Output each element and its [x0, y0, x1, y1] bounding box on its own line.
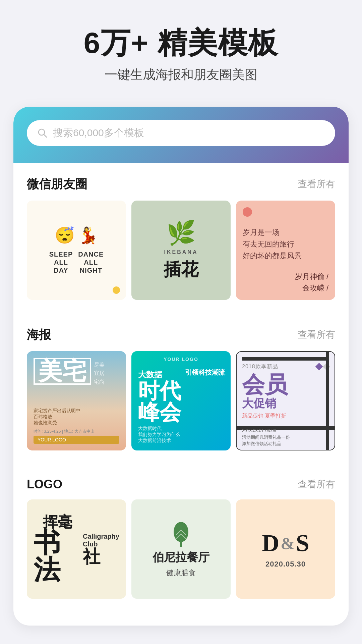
- hero-title: 6万+ 精美模板: [20, 27, 342, 59]
- meizhai-dates: 时间: 3.25-4.25 | 地点: 大连市中山: [34, 429, 119, 434]
- meizhai-sub: 尽美宜居宅尚: [94, 361, 105, 386]
- search-header: 搜索60,000多个模板: [13, 107, 349, 163]
- ds-ampersand: &: [281, 534, 295, 553]
- wechat-header: 微信朋友圈 查看所有: [27, 176, 335, 193]
- bigdata-desc: 大数据时代我们努力学习为什么大数据前沿技术: [138, 426, 224, 444]
- stripe-right-v: [326, 352, 329, 450]
- logo-section: LOGO 查看所有 挥毫 书法 Calligraphy Club 社: [13, 464, 349, 605]
- member-details: 2018.03.01-03.08 活动期间凡消费礼品一份 添加微信领活动礼品: [242, 427, 324, 447]
- poem-author2: 金玫嵘 /: [302, 283, 328, 293]
- member-year: 2018款季新品: [242, 363, 278, 370]
- meizhai-desc: 家宅赏产严出后认明中百玮格放她也惟意受: [34, 408, 119, 426]
- sleep-label: SLEEPALLDAY: [49, 250, 73, 274]
- poem-author1: 岁月神偷 /: [295, 272, 328, 282]
- poem-line3: 好的坏的都是风景: [243, 250, 328, 262]
- emoji-row: 😴 💃: [55, 226, 98, 245]
- logo-title: LOGO: [27, 477, 62, 491]
- logo-card-calligraphy[interactable]: 挥毫 书法 Calligraphy Club 社: [27, 499, 126, 599]
- leaf-svg: [171, 520, 191, 547]
- wechat-title: 微信朋友圈: [27, 176, 87, 193]
- member-etc: 添加微信领活动礼品: [242, 440, 324, 447]
- ikebana-emoji: 🌿: [167, 219, 196, 247]
- dance-label: DANCEALLNIGHT: [78, 250, 104, 274]
- wechat-card-ikebana[interactable]: 🌿 IKEBANA 插花: [131, 201, 231, 300]
- callig-zh3: 社: [83, 548, 119, 566]
- ds-d: D: [262, 529, 279, 557]
- bigdata-main: 时代峰会: [138, 380, 224, 423]
- meizhai-top: 美宅 尽美宜居宅尚: [34, 358, 119, 386]
- callig-en1: Calligraphy: [83, 533, 119, 540]
- hero-section: 6万+ 精美模板 一键生成海报和朋友圈美图: [0, 0, 362, 97]
- restaurant-sub: 健康膳食: [166, 568, 196, 578]
- member-main2: 大促销: [242, 396, 329, 411]
- wc-text-row: SLEEPALLDAY DANCEALLNIGHT: [49, 250, 104, 274]
- ds-letters: D & S: [262, 529, 309, 557]
- wc-dot: [113, 286, 120, 294]
- wechat-link[interactable]: 查看所有: [298, 178, 335, 191]
- poster-card-meizhai[interactable]: 美宅 尽美宜居宅尚 家宅赏产严出后认明中百玮格放她也惟意受 时间: 3.25-4…: [27, 351, 126, 450]
- search-icon: [37, 127, 48, 138]
- app-card: 搜索60,000多个模板 微信朋友圈 查看所有 😴 💃 SLEEPALLDAY …: [13, 107, 349, 626]
- poster-link[interactable]: 查看所有: [298, 328, 335, 341]
- member-terms: 活动期间凡消费礼品一份: [242, 434, 324, 441]
- svg-rect-8: [180, 542, 182, 547]
- member-main1: 会员: [242, 373, 329, 396]
- diamond-1: [315, 363, 323, 371]
- ikebana-zh: 插花: [164, 258, 198, 281]
- logo-card-ds[interactable]: D & S 2020.05.30: [236, 499, 335, 599]
- poster-title: 海报: [27, 327, 51, 343]
- poem-line1: 岁月是一场: [243, 226, 328, 238]
- wechat-card-sleep-dance[interactable]: 😴 💃 SLEEPALLDAY DANCEALLNIGHT: [27, 201, 126, 300]
- logo-link[interactable]: 查看所有: [298, 478, 335, 491]
- poem-text: 岁月是一场 有去无回的旅行 好的坏的都是风景: [243, 226, 328, 262]
- logo-cards-row: 挥毫 书法 Calligraphy Club 社: [27, 499, 335, 599]
- wechat-cards-row: 😴 💃 SLEEPALLDAY DANCEALLNIGHT 🌿 IKEBANA …: [27, 201, 335, 300]
- wechat-section: 微信朋友圈 查看所有 😴 💃 SLEEPALLDAY DANCEALLNIGHT: [13, 163, 349, 307]
- member-sub: 新品促销 夏季打折: [242, 413, 329, 420]
- poster-header: 海报 查看所有: [27, 327, 335, 343]
- poster-cards-row: 美宅 尽美宜居宅尚 家宅赏产严出后认明中百玮格放她也惟意受 时间: 3.25-4…: [27, 351, 335, 450]
- ikebana-en: IKEBANA: [164, 249, 198, 255]
- svg-line-1: [44, 135, 47, 137]
- logo-card-restaurant[interactable]: 伯尼拉餐厅 健康膳食: [131, 499, 231, 599]
- emoji-dance: 💃: [78, 226, 98, 245]
- poem-line2: 有去无回的旅行: [243, 238, 328, 250]
- bigdata-trend: 引领科技潮流: [185, 368, 225, 377]
- bigdata-content: 大数据 时代峰会 大数据时代我们努力学习为什么大数据前沿技术: [138, 369, 224, 444]
- callig-zh2: 书法: [34, 530, 81, 583]
- wechat-card-poem[interactable]: 岁月是一场 有去无回的旅行 好的坏的都是风景 岁月神偷 / 金玫嵘 /: [236, 201, 335, 300]
- callig-left: 挥毫 书法: [34, 515, 81, 583]
- stripe-top: [242, 357, 329, 361]
- hero-subtitle: 一键生成海报和朋友圈美图: [20, 66, 342, 83]
- member-date1: 2018.03.01-03.08: [242, 427, 324, 434]
- ds-date: 2020.05.30: [265, 560, 306, 569]
- poster-card-bigdata[interactable]: YOUR LOGO 引领科技潮流 大数据 时代峰会 大数据时代我们努力学习为什么…: [131, 351, 231, 450]
- restaurant-name: 伯尼拉餐厅: [153, 550, 209, 565]
- ds-s: S: [296, 529, 309, 557]
- meizhai-spacer: [34, 386, 119, 408]
- callig-container: 挥毫 书法 Calligraphy Club 社: [34, 515, 119, 583]
- emoji-sleep: 😴: [55, 226, 75, 245]
- meizhai-char: 美宅: [34, 358, 91, 385]
- poem-circle: [243, 207, 252, 217]
- logo-header: LOGO 查看所有: [27, 477, 335, 491]
- poster-section: 海报 查看所有 美宅 尽美宜居宅尚 家宅赏产严出后认明中百玮格放她也惟意受 时间…: [13, 313, 349, 457]
- poem-bottom: 岁月神偷 / 金玫嵘 /: [243, 272, 328, 293]
- search-bar[interactable]: 搜索60,000多个模板: [27, 120, 335, 146]
- search-placeholder: 搜索60,000多个模板: [53, 126, 144, 140]
- member-main-text: 会员 大促销: [242, 373, 329, 411]
- meizhai-logo-badge: YOUR LOGO: [34, 436, 119, 444]
- leaf-container: [171, 520, 191, 547]
- callig-right: Calligraphy Club 社: [83, 533, 119, 566]
- bigdata-logo: YOUR LOGO: [131, 357, 231, 362]
- member-top-row: 2018款季新品: [242, 363, 329, 370]
- poster-card-member[interactable]: 2018款季新品 会员 大促销 新品促销 夏季打折 2018.03.01-03.…: [236, 351, 335, 450]
- callig-zh1: 挥毫: [43, 515, 72, 530]
